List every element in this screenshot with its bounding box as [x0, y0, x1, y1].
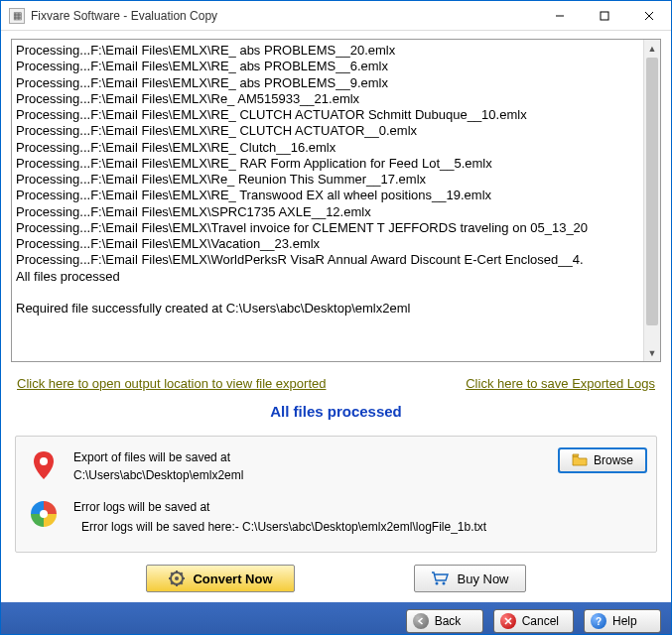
- open-output-link[interactable]: Click here to open output location to vi…: [17, 376, 326, 391]
- export-row: Export of files will be saved at C:\User…: [26, 444, 646, 490]
- help-button[interactable]: ? Help: [584, 609, 661, 633]
- browse-button[interactable]: Browse: [559, 448, 646, 472]
- errorlog-path: Error logs will be saved here:- C:\Users…: [73, 516, 525, 536]
- cancel-button[interactable]: Cancel: [493, 609, 574, 633]
- minimize-button[interactable]: [537, 1, 582, 30]
- links-row: Click here to open output location to vi…: [11, 362, 661, 401]
- folder-icon: [572, 453, 588, 467]
- scroll-thumb[interactable]: [646, 58, 658, 325]
- log-output[interactable]: Processing...F:\Email Files\EMLX\RE_ abs…: [11, 39, 661, 362]
- main-actions: Convert Now Buy Now: [11, 561, 661, 602]
- back-label: Back: [435, 614, 462, 628]
- back-arrow-icon: [413, 613, 429, 629]
- scroll-down-icon[interactable]: ▼: [644, 344, 660, 361]
- cancel-label: Cancel: [522, 614, 559, 628]
- gear-icon: [169, 571, 185, 586]
- maximize-button[interactable]: [582, 1, 626, 30]
- status-text: All files processed: [11, 401, 661, 436]
- help-question-icon: ?: [591, 613, 606, 629]
- pie-chart-icon: [26, 498, 62, 528]
- svg-point-17: [443, 582, 446, 585]
- browse-label: Browse: [594, 453, 633, 467]
- convert-now-button[interactable]: Convert Now: [146, 565, 295, 592]
- svg-rect-1: [601, 12, 608, 20]
- svg-point-16: [436, 582, 439, 585]
- paths-panel: Export of files will be saved at C:\User…: [15, 436, 657, 553]
- errorlog-row: Error logs will be saved at Error logs w…: [26, 494, 646, 542]
- cancel-x-icon: [500, 613, 516, 629]
- scroll-up-icon[interactable]: ▲: [644, 40, 660, 57]
- buy-now-button[interactable]: Buy Now: [414, 565, 525, 592]
- app-icon: ▦: [9, 8, 25, 24]
- buy-label: Buy Now: [457, 572, 508, 586]
- svg-point-15: [175, 576, 179, 580]
- back-button[interactable]: Back: [406, 609, 483, 633]
- svg-point-5: [40, 510, 48, 518]
- title-bar: ▦ Fixvare Software - Evaluation Copy: [1, 1, 671, 31]
- export-path: C:\Users\abc\Desktop\emlx2eml: [73, 466, 525, 484]
- help-label: Help: [612, 614, 637, 628]
- export-label: Export of files will be saved at: [73, 448, 525, 466]
- location-pin-icon: [26, 448, 62, 480]
- footer-bar: Back Cancel ? Help: [1, 602, 671, 635]
- convert-label: Convert Now: [193, 572, 272, 586]
- cart-icon: [431, 572, 449, 585]
- save-logs-link[interactable]: Click here to save Exported Logs: [466, 376, 655, 391]
- window-controls: [537, 1, 671, 30]
- svg-point-4: [40, 457, 48, 465]
- close-button[interactable]: [626, 1, 671, 30]
- window-title: Fixvare Software - Evaluation Copy: [31, 9, 537, 23]
- errorlog-label: Error logs will be saved at: [73, 498, 525, 516]
- log-text: Processing...F:\Email Files\EMLX\RE_ abs…: [12, 40, 660, 319]
- scrollbar[interactable]: ▲ ▼: [643, 40, 660, 361]
